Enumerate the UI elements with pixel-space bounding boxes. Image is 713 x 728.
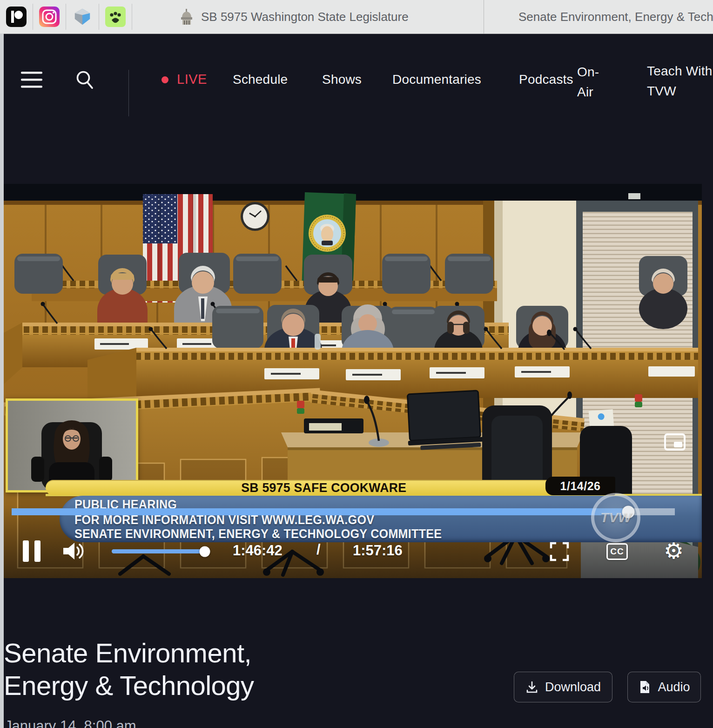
tab-title: SB 5975 Washington State Legislature — [201, 10, 409, 24]
pause-icon[interactable] — [23, 540, 40, 562]
time-separator: / — [316, 541, 321, 558]
video-seek-bar[interactable] — [12, 508, 675, 515]
pip-toggle-icon[interactable] — [664, 433, 686, 451]
volume-slider[interactable] — [112, 549, 209, 553]
nav-item-schedule[interactable]: Schedule — [233, 72, 288, 87]
settings-gear-icon[interactable]: ⚙ — [664, 538, 684, 564]
paw-app-icon — [105, 7, 126, 27]
audio-label: Audio — [658, 680, 690, 694]
pinned-tab-paw-app[interactable] — [99, 0, 132, 34]
browser-tab-legislature[interactable]: SB 5975 Washington State Legislature — [132, 0, 484, 34]
search-icon[interactable] — [74, 69, 95, 90]
pip-inset-speaker — [6, 398, 138, 492]
nav-item-shows[interactable]: Shows — [322, 72, 362, 87]
bill-banner-text: SB 5975 SAFE COOKWARE — [241, 480, 406, 495]
page-title: Senate Environment, Energy & Technology — [4, 637, 311, 701]
download-label: Download — [545, 680, 601, 694]
fullscreen-icon[interactable] — [549, 541, 570, 562]
nav-item-teach-with-tvw[interactable]: Teach With TVW — [647, 61, 713, 101]
video-player[interactable]: SB 5975 SAFE COOKWARE 1/14/26 PUBLIC HEA… — [4, 184, 702, 578]
volume-fill — [112, 549, 205, 553]
nav-item-documentaries[interactable]: Documentaries — [392, 72, 481, 87]
timer-light — [297, 401, 304, 414]
nav-item-on-air[interactable]: On-Air — [577, 62, 610, 102]
date-tab-text: 1/14/26 — [560, 479, 601, 493]
timer-light — [635, 394, 642, 407]
desktop-edge-strip — [0, 34, 4, 728]
volume-icon[interactable] — [62, 541, 85, 561]
wall-clock-icon — [241, 202, 269, 231]
tvw-watermark-icon: TVW — [591, 493, 640, 542]
capitol-icon — [179, 8, 195, 26]
watermark-text: TVW — [600, 510, 632, 526]
download-icon — [525, 681, 538, 694]
volume-knob[interactable] — [199, 546, 210, 557]
nav-item-live[interactable]: LIVE — [177, 72, 207, 87]
menu-icon[interactable] — [21, 72, 42, 88]
download-button[interactable]: Download — [514, 672, 612, 702]
bill-banner: SB 5975 SAFE COOKWARE — [46, 480, 551, 495]
closed-captions-icon[interactable]: CC — [606, 543, 628, 560]
current-time: 1:46:42 — [233, 542, 283, 559]
committee-line-text: SENATE ENVIRONMENT, ENERGY & TECHNOLOGY … — [74, 527, 442, 541]
date-tab: 1/14/26 — [545, 477, 615, 495]
schedule-datetime: January 14, 8:00 am — [5, 718, 136, 728]
browser-tab-strip: SB 5975 Washington State Legislature TVW… — [0, 0, 713, 34]
nav-item-podcasts[interactable]: Podcasts — [519, 72, 573, 87]
pinned-tab-patreon[interactable] — [0, 0, 33, 34]
pinned-tab-diamond-app[interactable] — [66, 0, 99, 34]
seek-fill — [12, 508, 628, 515]
remote-speaker-scene — [8, 401, 136, 490]
duration-time: 1:57:16 — [353, 542, 403, 559]
tab-title: Senate Environment, Energy & Technology … — [518, 10, 713, 24]
pinned-tab-instagram[interactable] — [33, 0, 66, 34]
instagram-icon — [39, 7, 60, 27]
browser-tab-tvw[interactable]: TVW Senate Environment, Energy & Technol… — [484, 0, 713, 34]
live-dot-icon — [161, 76, 168, 83]
diamond-app-icon — [73, 7, 92, 27]
nav-divider — [128, 70, 129, 116]
patreon-icon — [6, 7, 27, 27]
audio-file-icon — [638, 680, 651, 694]
audio-button[interactable]: Audio — [627, 672, 701, 702]
monitor — [405, 391, 484, 451]
